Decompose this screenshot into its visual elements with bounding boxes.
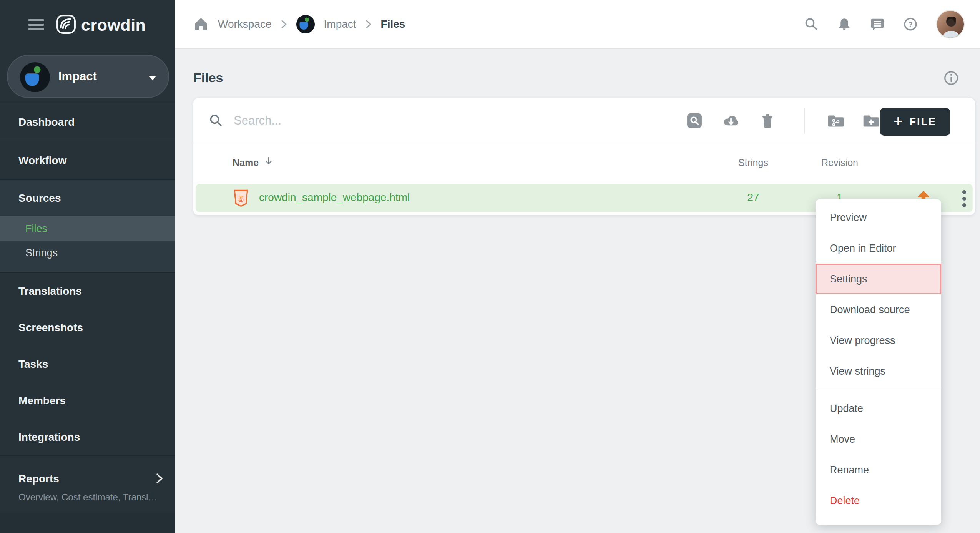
crowdin-logo[interactable]: crowdin (56, 14, 146, 36)
user-avatar[interactable] (936, 10, 965, 38)
project-selector-label: Impact (58, 70, 97, 83)
files-toolbar: + FILE (193, 98, 975, 143)
sidebar-item-files[interactable]: Files (0, 216, 175, 241)
crowdin-logo-icon (56, 14, 76, 36)
file-strings-count: 27 (719, 191, 788, 204)
sidebar-item-translations[interactable]: Translations (0, 273, 175, 309)
sidebar-item-screenshots[interactable]: Screenshots (0, 309, 175, 346)
divider (816, 390, 941, 390)
column-header-name[interactable]: Name (233, 157, 259, 168)
breadcrumb-workspace[interactable]: Workspace (218, 18, 272, 30)
hamburger-menu-icon[interactable] (28, 19, 44, 30)
project-avatar-icon (20, 62, 50, 92)
caret-down-icon (149, 75, 156, 82)
column-header-strings[interactable]: Strings (719, 157, 788, 168)
file-context-menu: Preview Open in Editor Settings Download… (816, 199, 941, 525)
menu-item-view-progress[interactable]: View progress (816, 325, 941, 356)
breadcrumb: Workspace Impact Files (193, 0, 405, 48)
sidebar-item-dashboard[interactable]: Dashboard (0, 103, 175, 141)
column-header-revision[interactable]: Revision (805, 157, 874, 168)
sidebar-nav-group: Translations Screenshots Tasks Members I… (0, 273, 175, 456)
help-icon[interactable]: ? (903, 17, 918, 32)
home-icon[interactable] (193, 17, 209, 32)
crowdin-wordmark: crowdin (81, 16, 146, 35)
menu-item-preview[interactable]: Preview (816, 202, 941, 233)
chevron-right-icon (365, 20, 372, 29)
topbar-actions: ? (804, 0, 965, 48)
sidebar-header: crowdin (0, 0, 175, 49)
sort-descending-icon[interactable] (262, 155, 275, 167)
trash-icon[interactable] (759, 112, 776, 130)
divider (804, 108, 805, 134)
sidebar-item-strings[interactable]: Strings (0, 241, 175, 265)
breadcrumb-project[interactable]: Impact (324, 18, 356, 30)
menu-item-open-in-editor[interactable]: Open in Editor (816, 233, 941, 264)
html5-file-icon: 5 (233, 189, 249, 208)
search-icon (209, 113, 223, 128)
menu-item-download-source[interactable]: Download source (816, 294, 941, 325)
sidebar-item-integrations[interactable]: Integrations (0, 419, 175, 455)
sidebar-nav: Dashboard Workflow Sources Files Strings… (0, 103, 175, 533)
add-file-button[interactable]: + FILE (880, 108, 950, 136)
svg-text:5: 5 (239, 194, 243, 204)
page-head: Files (193, 70, 975, 87)
project-selector[interactable]: Impact (7, 55, 169, 98)
crowdin-app: crowdin Impact Dashboard Workflow Source… (0, 0, 980, 533)
table-header: Name Strings Revision (193, 143, 975, 183)
messages-icon[interactable] (870, 17, 885, 32)
sidebar-footer (0, 513, 175, 533)
files-search-input[interactable] (234, 110, 580, 132)
chevron-right-icon (281, 20, 287, 29)
page-title: Files (193, 70, 223, 85)
menu-item-view-strings[interactable]: View strings (816, 356, 941, 387)
sidebar-item-tasks[interactable]: Tasks (0, 346, 175, 382)
sidebar-item-members[interactable]: Members (0, 382, 175, 419)
sidebar-section-sources: Sources Files Strings (0, 180, 175, 273)
svg-text:?: ? (908, 20, 913, 28)
menu-item-move[interactable]: Move (816, 424, 941, 455)
menu-item-settings[interactable]: Settings (816, 264, 941, 294)
sidebar-item-reports[interactable]: Reports Overview, Cost estimate, Transl… (0, 456, 175, 513)
sidebar-item-workflow[interactable]: Workflow (0, 141, 175, 180)
topbar: Workspace Impact Files (175, 0, 980, 49)
menu-item-update[interactable]: Update (816, 393, 941, 424)
files-panel: + FILE Name Strings Revision (193, 98, 975, 215)
chevron-right-icon (155, 473, 164, 486)
project-icon (296, 15, 315, 33)
menu-item-rename[interactable]: Rename (816, 455, 941, 485)
search-icon[interactable] (804, 17, 819, 32)
file-name[interactable]: crowdin_sample_webpage.html (259, 191, 410, 204)
menu-item-delete[interactable]: Delete (816, 485, 941, 516)
branch-folder-icon[interactable] (827, 112, 845, 130)
kebab-menu-icon[interactable] (962, 189, 967, 208)
download-cloud-icon[interactable] (722, 112, 740, 130)
preview-file-search-icon[interactable] (686, 112, 703, 130)
sidebar-item-sources[interactable]: Sources (0, 180, 175, 216)
notifications-bell-icon[interactable] (837, 17, 852, 32)
reports-label: Reports (18, 473, 59, 485)
reports-subtitle: Overview, Cost estimate, Transl… (18, 492, 175, 503)
plus-icon: + (894, 113, 902, 129)
sidebar: crowdin Impact Dashboard Workflow Source… (0, 0, 175, 533)
breadcrumb-current-page: Files (381, 18, 405, 30)
info-icon[interactable] (943, 70, 959, 86)
new-folder-icon[interactable] (862, 112, 880, 130)
